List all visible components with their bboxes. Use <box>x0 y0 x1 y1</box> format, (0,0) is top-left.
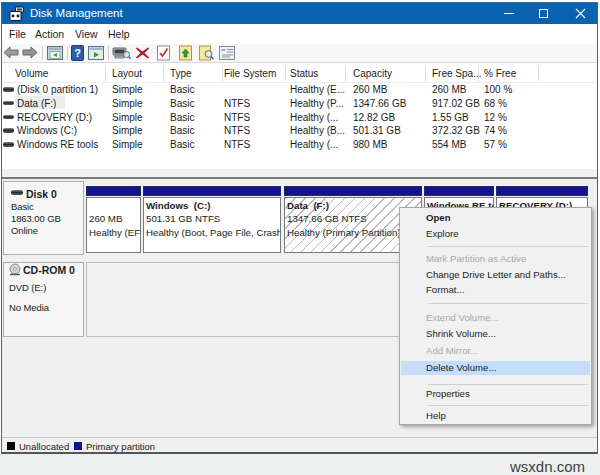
svg-text:?: ? <box>74 47 81 59</box>
